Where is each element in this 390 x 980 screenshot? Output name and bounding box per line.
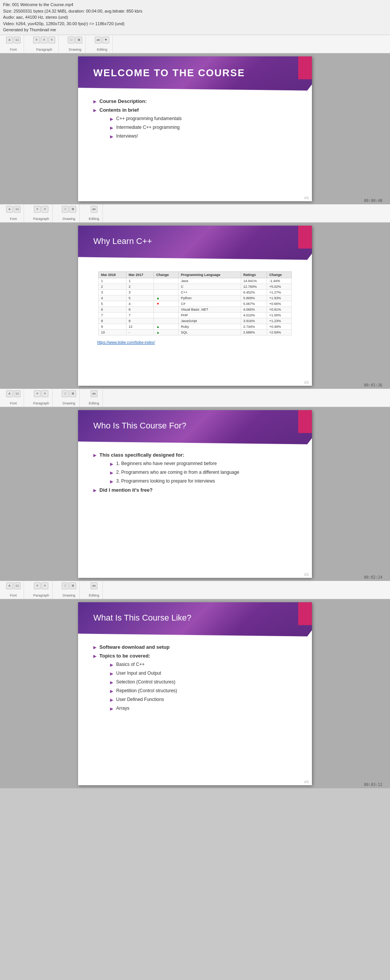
editing-label-2: Editing — [89, 217, 99, 221]
align-center-btn-4[interactable]: ≡ — [42, 582, 48, 589]
align-center-btn-3[interactable]: ≡ — [42, 390, 48, 397]
bullet-arrow-icon: ▶ — [110, 117, 113, 122]
table-header-language: Programming Language — [178, 271, 241, 278]
align-left-btn-3[interactable]: ≡ — [34, 390, 41, 397]
bullet-arrow-icon: ▶ — [110, 706, 113, 711]
list-item: ▶ 3. Programmers looking to prepare for … — [102, 478, 297, 484]
list-item: ▶ This class specifically designed for: — [93, 452, 297, 458]
list-item: ▶ Topics to be covered: — [93, 653, 297, 659]
font-label: Font — [10, 48, 17, 51]
list-item: ▶ C++ programming fundamentals — [102, 116, 297, 122]
font-name-btn-4[interactable]: A — [6, 582, 13, 589]
toolbar-font-group-3: A 11 Font — [3, 389, 24, 407]
toolbar-paragraph-group-3: ≡ ≡ Paragraph — [30, 389, 53, 407]
bullet-label: Repetition (Control structures) — [116, 688, 177, 693]
list-item: ▶ Repetition (Control structures) — [102, 688, 297, 694]
shape-btn-4[interactable]: □ — [62, 582, 69, 589]
bullet-arrow-icon: ▶ — [110, 125, 113, 130]
font-size-btn-2[interactable]: 11 — [14, 206, 21, 213]
slide-banner-1: WELCOME TO THE COURSE — [78, 56, 312, 91]
slide-2-content: Mar 2018 Mar 2017 Change Programming Lan… — [78, 260, 312, 356]
slide-section-1: A 11 Font ≡ ≡ ≡ Paragraph □ ⊞ Drawing ab… — [0, 35, 390, 204]
font-label-3: Font — [10, 401, 17, 405]
list-item: ▶ Arrays — [102, 706, 297, 711]
arrange-btn-4[interactable]: ⊞ — [69, 582, 76, 589]
align-left-btn[interactable]: ≡ — [33, 37, 40, 43]
table-header-mar2018: Mar 2018 — [99, 271, 126, 278]
tiobe-link[interactable]: https://www.tiobe.com/tiobe-index/ — [97, 340, 155, 345]
arrange-btn-3[interactable]: ⊞ — [69, 390, 76, 397]
toolbar-font-group: A 11 Font — [3, 35, 24, 53]
corner-accent-3 — [298, 410, 312, 433]
bullet-arrow-icon: ▶ — [110, 462, 113, 467]
table-row: 45▲Python5.869%+1.93% — [99, 295, 291, 301]
shape-btn-2[interactable]: □ — [62, 206, 69, 213]
file-video: Video: h264, yuv420p, 1280x720, 30.00 fp… — [3, 21, 387, 27]
timestamp-2: 00:01:36 — [364, 383, 382, 387]
table-header-change2: Change — [267, 271, 291, 278]
table-row: 912▲Ruby2.744%+0.49% — [99, 324, 291, 329]
editing-label: Editing — [97, 48, 107, 51]
slide-banner-4: What Is This Course Like? — [78, 602, 312, 637]
tiobe-link-container: https://www.tiobe.com/tiobe-index/ — [93, 339, 297, 345]
align-left-btn-2[interactable]: ≡ — [34, 206, 41, 213]
toolbar-drawing-group: □ ⊞ Drawing — [65, 35, 86, 53]
select-btn[interactable]: ▼ — [102, 37, 109, 43]
bullet-label: Topics to be covered: — [99, 653, 150, 659]
table-row: 33C++6.452%+1.27% — [99, 289, 291, 295]
font-name-btn-3[interactable]: A — [6, 390, 13, 397]
bullet-label: Selection (Control structures) — [116, 679, 175, 685]
slide-1: WELCOME TO THE COURSE ▶ Course Descripti… — [78, 56, 312, 201]
drawing-label: Drawing — [69, 48, 81, 51]
corner-accent-4 — [298, 602, 312, 625]
align-right-btn[interactable]: ≡ — [48, 37, 55, 43]
arrange-btn-2[interactable]: ⊞ — [69, 206, 76, 213]
table-row: 66Visual Basic .NET4.065%+0.91% — [99, 306, 291, 312]
replace-btn[interactable]: ab — [95, 37, 102, 43]
slide-area-2: Why Learn C++ Mar 2018 Mar 2017 Change P… — [0, 223, 390, 389]
align-center-btn[interactable]: ≡ — [41, 37, 48, 43]
replace-btn-2[interactable]: ab — [91, 206, 98, 213]
font-name-btn[interactable]: A — [6, 37, 13, 43]
slide-4: What Is This Course Like? ▶ Software dow… — [78, 602, 312, 785]
corner-accent-2 — [298, 226, 312, 249]
toolbar-font-group-2: A 11 Font — [3, 204, 24, 222]
toolbar-editing-group-4: ab Editing — [86, 581, 103, 599]
font-size-btn-3[interactable]: 11 — [14, 390, 21, 397]
file-size: Size: 25500331 bytes (24.32 MiB), durati… — [3, 8, 387, 14]
font-name-btn-2[interactable]: A — [6, 206, 13, 213]
slide-1-content: ▶ Course Description: ▶ Contents in brie… — [78, 91, 312, 154]
list-item: ▶ Software download and setup — [93, 644, 297, 650]
slide-section-3: A 11 Font ≡ ≡ Paragraph □ ⊞ Drawing ab E… — [0, 389, 390, 581]
bullet-label: Contents in brief — [99, 107, 139, 113]
list-item: ▶ 2. Programmers who are coming in from … — [102, 470, 297, 475]
toolbar-paragraph-group-4: ≡ ≡ Paragraph — [30, 581, 53, 599]
font-size-btn[interactable]: 11 — [14, 37, 21, 43]
table-header-change: Change — [154, 271, 179, 278]
tiobe-table: Mar 2018 Mar 2017 Change Programming Lan… — [98, 271, 291, 335]
align-center-btn-2[interactable]: ≡ — [42, 206, 48, 213]
drawing-label-4: Drawing — [63, 593, 75, 597]
bullet-label: C++ programming fundamentals — [116, 116, 182, 121]
arrange-btn[interactable]: ⊞ — [75, 37, 82, 43]
bullet-label: Arrays — [116, 706, 129, 711]
replace-btn-4[interactable]: ab — [91, 582, 98, 589]
toolbar-2: A 11 Font ≡ ≡ Paragraph □ ⊞ Drawing ab E… — [0, 204, 390, 223]
replace-btn-3[interactable]: ab — [91, 390, 98, 397]
paragraph-label-2: Paragraph — [33, 217, 49, 221]
list-item: ▶ User Input and Output — [102, 670, 297, 676]
slide-2: Why Learn C++ Mar 2018 Mar 2017 Change P… — [78, 226, 312, 386]
bullet-arrow-icon: ▶ — [93, 108, 96, 113]
align-left-btn-4[interactable]: ≡ — [34, 582, 41, 589]
font-size-btn-4[interactable]: 11 — [14, 582, 21, 589]
shape-btn-3[interactable]: □ — [62, 390, 69, 397]
toolbar-paragraph-group: ≡ ≡ ≡ Paragraph — [30, 35, 59, 53]
editing-label-4: Editing — [89, 593, 99, 597]
list-item: ▶ Did I mention it's free? — [93, 487, 297, 493]
toolbar-editing-group-3: ab Editing — [86, 389, 103, 407]
editing-label-3: Editing — [89, 401, 99, 405]
bullet-label: 3. Programmers looking to prepare for in… — [116, 478, 215, 484]
toolbar-font-group-4: A 11 Font — [3, 581, 24, 599]
table-header-mar2017: Mar 2017 — [126, 271, 153, 278]
shape-btn[interactable]: □ — [68, 37, 75, 43]
